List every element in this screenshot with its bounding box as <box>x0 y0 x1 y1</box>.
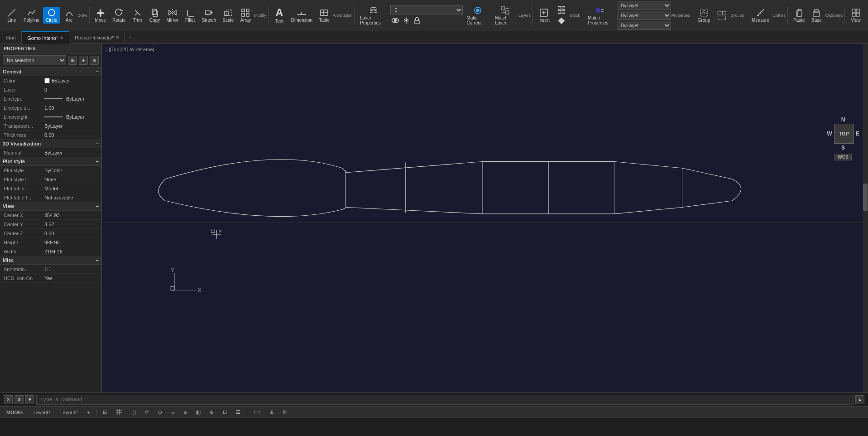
tab-start[interactable]: Start <box>0 31 22 44</box>
tab-add-button[interactable]: + <box>125 33 135 42</box>
move-button[interactable]: Move <box>92 7 109 24</box>
selection-cycling-btn[interactable]: ⊕ <box>207 409 216 415</box>
prop-plot-style: Plot style ByColor <box>0 166 101 175</box>
prop-ucs-icon: UCS icon On Yes <box>0 274 101 283</box>
props-icon-1[interactable]: ⊕ <box>68 56 77 65</box>
lineweight-button[interactable]: ≡ <box>181 410 189 415</box>
osnap-button[interactable]: ⊙ <box>155 409 165 415</box>
svg-point-24 <box>370 7 377 10</box>
svg-rect-45 <box>705 9 708 12</box>
layout1-tab[interactable]: Layout1 <box>31 410 54 415</box>
draw-label: Draw <box>78 13 87 18</box>
workspace-button[interactable]: ⊞ <box>267 409 276 415</box>
copy-button[interactable]: Copy <box>147 7 163 24</box>
props-icon-2[interactable]: ✦ <box>79 56 88 65</box>
svg-line-52 <box>760 13 761 14</box>
tab-gomo-inteiro-close[interactable]: ✕ <box>60 35 63 40</box>
modify-label: Modify <box>254 13 266 18</box>
svg-rect-59 <box>856 9 859 12</box>
selection-dropdown[interactable]: No selection <box>3 55 66 65</box>
layer-visible-icon[interactable] <box>390 15 400 25</box>
qproperties-button[interactable]: ☰ <box>233 409 243 415</box>
view-button[interactable]: View <box>848 7 864 24</box>
svg-point-1 <box>48 10 55 16</box>
svg-rect-40 <box>562 10 565 13</box>
command-input[interactable] <box>36 395 854 405</box>
layout2-tab[interactable]: Layout2 <box>58 410 81 415</box>
add-layout-button[interactable]: + <box>84 410 92 415</box>
group-extra-icon[interactable] <box>714 10 730 20</box>
prop-transparency: Transparen... ByLayer <box>0 121 101 131</box>
tab-rosca-helicoidal-close[interactable]: ✕ <box>115 35 119 40</box>
match-layer-button[interactable]: Match Layer <box>492 5 518 26</box>
scale-button[interactable]: Scale <box>220 7 236 24</box>
insert-button[interactable]: Insert <box>536 7 552 24</box>
group-button[interactable]: Group <box>695 7 713 24</box>
layer-lock-icon[interactable] <box>412 15 422 25</box>
annotation-scale[interactable]: 1:1 <box>251 410 263 415</box>
fillet-button[interactable]: Fillet <box>182 7 198 24</box>
layer-dropdown[interactable]: 0 <box>390 5 463 15</box>
polyline-button[interactable]: Polyline <box>21 7 42 24</box>
measure-button[interactable]: Measure <box>749 7 772 24</box>
transparency-status-btn[interactable]: ◧ <box>193 409 203 415</box>
otrack-button[interactable]: ∞ <box>168 410 177 415</box>
grid-button[interactable] <box>113 409 125 416</box>
general-section-header[interactable]: General − <box>0 68 101 76</box>
color-dropdown[interactable]: ByLayer <box>617 1 671 10</box>
props-icon-3[interactable]: ⊞ <box>90 56 99 65</box>
ortho-button[interactable]: ◫ <box>129 409 139 415</box>
line-button[interactable]: Line <box>4 7 20 24</box>
linetype-dropdown[interactable]: ByLayer <box>617 11 671 20</box>
layer-properties-button[interactable]: Layer Properties <box>357 5 389 26</box>
block-icon-2[interactable] <box>553 16 570 26</box>
misc-section-header[interactable]: Misc − <box>0 256 101 265</box>
circle-button[interactable]: Circle <box>43 7 60 24</box>
mirror-button[interactable]: Mirror <box>164 7 181 24</box>
lineweight-dropdown[interactable]: ByLayer <box>617 21 671 30</box>
settings-button[interactable]: ⚙ <box>280 409 290 415</box>
drawing-canvas[interactable]: X Y × × <box>102 44 868 392</box>
svg-line-53 <box>762 11 762 12</box>
tab-gomo-inteiro[interactable]: Gomo Inteiro* ✕ <box>22 31 69 44</box>
3d-collapse-icon: − <box>96 141 99 146</box>
svg-rect-47 <box>718 11 722 15</box>
make-current-button[interactable]: Make Current <box>464 5 491 26</box>
plotstyle-section-header[interactable]: Plot style − <box>0 157 101 166</box>
compass-top-box[interactable]: TOP <box>834 124 854 144</box>
prop-color: Color ByLayer <box>0 76 101 85</box>
prop-width: Width 2194.16 <box>0 247 101 256</box>
text-button[interactable]: A Text <box>271 6 288 24</box>
viewport[interactable]: [-][Top][2D Wireframe] X Y × <box>102 44 868 392</box>
layer-freeze-icon[interactable] <box>401 15 411 25</box>
match-properties-button[interactable]: Match Properties <box>585 5 615 26</box>
scrollbar-vertical[interactable] <box>863 44 868 392</box>
trim-button[interactable]: Trim <box>129 7 146 24</box>
array-button[interactable]: Array <box>237 7 254 24</box>
view-section-header[interactable]: View − <box>0 202 101 211</box>
dimension-button[interactable]: Dimension <box>288 7 315 24</box>
cmd-expand-button[interactable]: ▲ <box>855 395 864 404</box>
cmd-arrow-button[interactable]: ▼ <box>25 395 34 404</box>
tab-rosca-helicoidal[interactable]: Rosca Helicoidal* ✕ <box>69 31 125 44</box>
utilities-label: Utilities <box>772 13 786 18</box>
3d-section-header[interactable]: 3D Visualization − <box>0 140 101 148</box>
snap-button[interactable]: ⊞ <box>100 409 110 415</box>
base-button[interactable]: Base <box>808 7 825 24</box>
cmd-close-button[interactable]: ✕ <box>4 395 13 404</box>
block-icon-1[interactable] <box>553 5 570 15</box>
stretch-button[interactable]: Stretch <box>199 7 219 24</box>
dynmode-button[interactable]: ⊡ <box>220 409 230 415</box>
cmd-settings-button[interactable]: ⚙ <box>14 395 24 404</box>
groups-group: Group Groups <box>693 7 746 24</box>
scrollbar-thumb[interactable] <box>863 184 868 211</box>
model-tab[interactable]: MODEL <box>4 410 27 415</box>
svg-rect-13 <box>242 9 245 12</box>
rotate-button[interactable]: Rotate <box>110 7 128 24</box>
table-button[interactable]: Table <box>316 7 332 24</box>
arc-button[interactable]: Arc <box>61 7 77 24</box>
linetype-sample <box>44 98 62 99</box>
polar-button[interactable]: ⟳ <box>142 409 152 415</box>
svg-text:Y: Y <box>171 267 174 273</box>
paste-button[interactable]: Paste <box>791 7 808 24</box>
